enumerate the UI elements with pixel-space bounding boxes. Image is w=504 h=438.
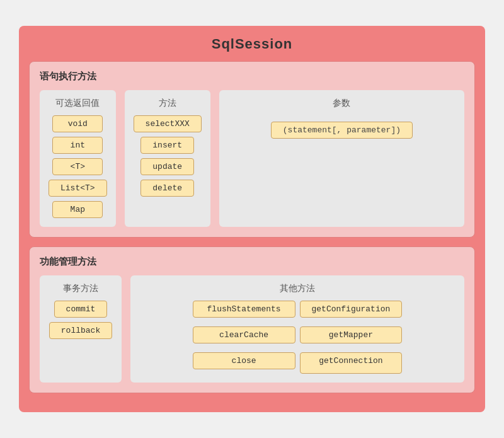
- method-select: selectXXX: [134, 115, 202, 132]
- sub-section-methods: 方法 selectXXX insert update delete: [125, 90, 210, 227]
- other-close: close: [193, 352, 295, 369]
- return-int: int: [52, 137, 103, 154]
- section-statement-title: 语句执行方法: [40, 71, 464, 83]
- sub-section-params: 参数 (statement[, parameter]): [219, 90, 464, 227]
- section-statement-inner: 可选返回值 void int <T> List<T> Map 方法 select…: [40, 90, 464, 227]
- other-getconnection: getConnection: [300, 352, 403, 374]
- sub-section-return: 可选返回值 void int <T> List<T> Map: [40, 90, 116, 227]
- other-label: 其他方法: [280, 283, 315, 294]
- other-flush: flushStatements: [193, 301, 295, 318]
- return-map: Map: [52, 201, 103, 218]
- return-list-t: List<T>: [49, 180, 107, 197]
- section-management-title: 功能管理方法: [40, 256, 464, 268]
- main-title: SqlSession: [29, 36, 475, 52]
- main-container: SqlSession 语句执行方法 可选返回值 void int <T> Lis…: [19, 26, 485, 412]
- params-label: 参数: [333, 98, 350, 109]
- method-delete: delete: [140, 180, 194, 197]
- transaction-commit: commit: [54, 301, 108, 318]
- other-getmapper: getMapper: [300, 326, 403, 343]
- sub-section-other: 其他方法 flushStatements getConfiguration cl…: [130, 275, 464, 383]
- return-t: <T>: [52, 158, 103, 175]
- sub-section-transaction: 事务方法 commit rollback: [40, 275, 122, 383]
- methods-label: 方法: [159, 98, 176, 109]
- other-getconfig: getConfiguration: [300, 301, 403, 318]
- other-clearcache: clearCache: [193, 326, 295, 343]
- method-insert: insert: [140, 137, 194, 154]
- method-update: update: [140, 158, 194, 175]
- return-void: void: [52, 115, 103, 132]
- transaction-rollback: rollback: [49, 322, 112, 339]
- return-label: 可选返回值: [55, 98, 100, 109]
- param-item: (statement[, parameter]): [271, 122, 413, 139]
- section-management-inner: 事务方法 commit rollback 其他方法 flushStatement…: [40, 275, 464, 383]
- section-statement: 语句执行方法 可选返回值 void int <T> List<T> Map 方法…: [29, 61, 475, 238]
- section-management: 功能管理方法 事务方法 commit rollback 其他方法 flushSt…: [29, 246, 475, 393]
- other-grid: flushStatements getConfiguration clearCa…: [193, 301, 403, 374]
- transaction-label: 事务方法: [63, 283, 98, 294]
